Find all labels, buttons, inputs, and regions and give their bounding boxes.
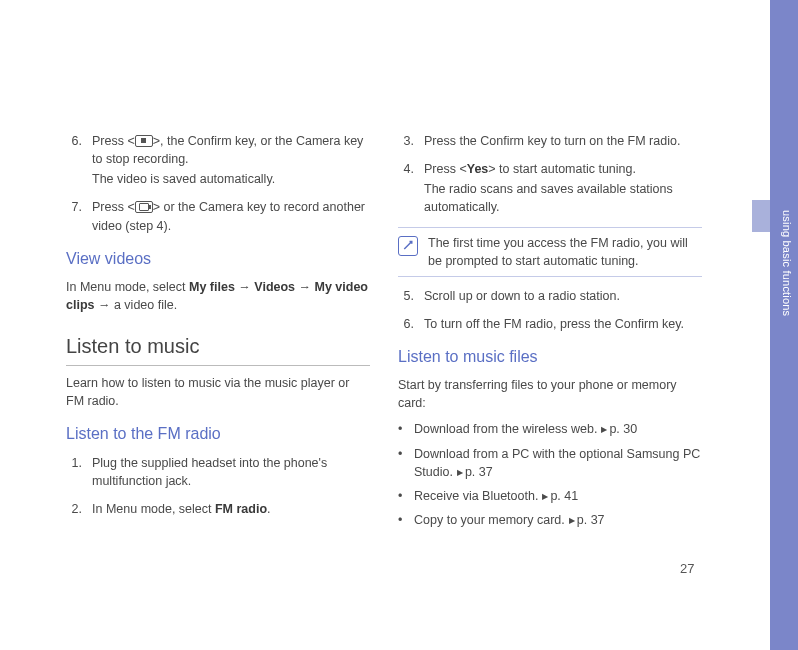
step-fm-6: 6. To turn off the FM radio, press the C…: [398, 315, 702, 333]
step-text: Scroll up or down to a radio station.: [424, 287, 702, 305]
fm-radio-head: Listen to the FM radio: [66, 422, 370, 445]
step-number: 2.: [66, 500, 82, 518]
listen-music-head: Listen to music: [66, 332, 370, 366]
step-number: 7.: [66, 198, 82, 234]
step-text: To turn off the FM radio, press the Conf…: [424, 315, 702, 333]
step-fm-1: 1. Plug the supplied headset into the ph…: [66, 454, 370, 490]
step-fm-5: 5. Scroll up or down to a radio station.: [398, 287, 702, 305]
side-tab-stub: [752, 200, 770, 232]
page-ref: p. 37: [565, 513, 605, 527]
step-subtext: The video is saved automatically.: [92, 170, 370, 188]
bullet-text: Download from the wireless web.p. 30: [414, 420, 702, 438]
step-text: Press the Confirm key to turn on the FM …: [424, 132, 702, 150]
listen-music-intro: Learn how to listen to music via the mus…: [66, 374, 370, 410]
stop-icon: [135, 135, 153, 147]
bullet-item: • Download from a PC with the optional S…: [398, 445, 702, 481]
step-fm-4: 4. Press <Yes> to start automatic tuning…: [398, 160, 702, 216]
bullet-icon: •: [398, 511, 406, 529]
bullet-text: Copy to your memory card.p. 37: [414, 511, 702, 529]
right-column: 3. Press the Confirm key to turn on the …: [398, 132, 702, 535]
camera-icon: [135, 201, 153, 213]
bullet-item: • Receive via Bluetooth.p. 41: [398, 487, 702, 505]
step-number: 6.: [66, 132, 82, 188]
step-text: Press <Yes> to start automatic tuning.: [424, 160, 702, 178]
page-ref: p. 41: [538, 489, 578, 503]
step-fm-2: 2. In Menu mode, select FM radio.: [66, 500, 370, 518]
step-number: 5.: [398, 287, 414, 305]
left-column: 6. Press <>, the Confirm key, or the Cam…: [66, 132, 370, 535]
step-number: 6.: [398, 315, 414, 333]
page-body: 6. Press <>, the Confirm key, or the Cam…: [66, 132, 702, 535]
note-icon: [398, 236, 418, 256]
step-number: 1.: [66, 454, 82, 490]
bullet-icon: •: [398, 445, 406, 481]
music-files-intro: Start by transferring files to your phon…: [398, 376, 702, 412]
step-7: 7. Press <> or the Camera key to record …: [66, 198, 370, 234]
view-videos-text: In Menu mode, select My files → Videos →…: [66, 278, 370, 314]
step-subtext: The radio scans and saves available stat…: [424, 180, 702, 216]
note-text: The first time you access the FM radio, …: [428, 234, 702, 270]
step-text: Plug the supplied headset into the phone…: [92, 454, 370, 490]
bullet-item: • Copy to your memory card.p. 37: [398, 511, 702, 529]
step-text: Press <> or the Camera key to record ano…: [92, 198, 370, 234]
bullet-item: • Download from the wireless web.p. 30: [398, 420, 702, 438]
note-box: The first time you access the FM radio, …: [398, 227, 702, 277]
bullet-text: Receive via Bluetooth.p. 41: [414, 487, 702, 505]
page-ref: p. 37: [453, 465, 493, 479]
step-number: 4.: [398, 160, 414, 216]
step-text: Press <>, the Confirm key, or the Camera…: [92, 132, 370, 168]
step-6: 6. Press <>, the Confirm key, or the Cam…: [66, 132, 370, 188]
page-number: 27: [680, 560, 694, 579]
step-number: 3.: [398, 132, 414, 150]
step-text: In Menu mode, select FM radio.: [92, 500, 370, 518]
bullet-icon: •: [398, 420, 406, 438]
section-label: using basic functions: [774, 210, 794, 410]
step-fm-3: 3. Press the Confirm key to turn on the …: [398, 132, 702, 150]
music-files-head: Listen to music files: [398, 345, 702, 368]
bullet-icon: •: [398, 487, 406, 505]
bullet-text: Download from a PC with the optional Sam…: [414, 445, 702, 481]
view-videos-head: View videos: [66, 247, 370, 270]
page-ref: p. 30: [597, 422, 637, 436]
